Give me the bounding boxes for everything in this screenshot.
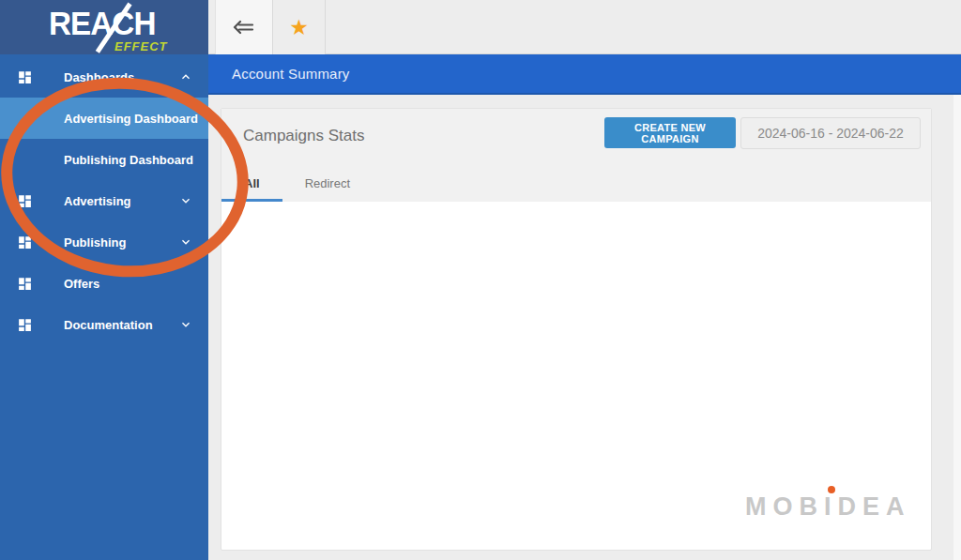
dashboard-icon [17, 235, 33, 250]
star-icon: ★ [289, 17, 309, 38]
sidebar-item-label: Advertising [64, 194, 131, 208]
sidebar-item-publishing-dashboard[interactable]: Publishing Dashboard [0, 139, 208, 180]
chevron-down-icon [178, 317, 193, 332]
chevron-down-icon [178, 235, 193, 250]
create-new-campaign-button[interactable]: CREATE NEW CAMPAIGN [604, 117, 736, 148]
sidebar-item-documentation[interactable]: Documentation [0, 304, 208, 345]
tab-bar: All Redirect [221, 164, 373, 202]
sidebar-item-advertising[interactable]: Advertising [0, 180, 208, 221]
campaigns-stats-card: Campaigns Stats CREATE NEW CAMPAIGN All … [221, 108, 932, 551]
app-window: REACH EFFECT Dashboards Advertising Dash… [0, 0, 961, 560]
collapse-sidebar-arrow-icon [232, 17, 256, 38]
page-header-bar: Account Summary [208, 54, 961, 95]
mobidea-watermark-dot-icon [828, 486, 835, 493]
brand-logo-subtext: EFFECT [114, 39, 168, 53]
chevron-up-icon [178, 69, 193, 84]
sidebar-item-label: Publishing [64, 235, 126, 250]
collapse-sidebar-button[interactable] [215, 0, 273, 54]
tab-all[interactable]: All [221, 164, 282, 202]
chevron-down-icon [178, 193, 193, 208]
sidebar-item-label: Documentation [64, 318, 153, 332]
card-header: Campaigns Stats CREATE NEW CAMPAIGN All … [221, 109, 931, 202]
favorite-star-button[interactable]: ★ [273, 0, 326, 54]
sidebar-item-label: Offers [64, 277, 99, 291]
sidebar-item-label: Publishing Dashboard [64, 153, 193, 167]
content-area: Campaigns Stats CREATE NEW CAMPAIGN All … [208, 95, 961, 560]
scrollbar-track[interactable] [953, 95, 961, 560]
dashboard-icon [17, 69, 33, 85]
sidebar-item-label: Advertising Dashboard [64, 112, 198, 126]
page-title: Account Summary [232, 66, 350, 82]
sidebar-item-offers[interactable]: Offers [0, 263, 208, 304]
mobidea-watermark-text: MOBIDEA [745, 492, 911, 521]
mobidea-watermark: MOBIDEA [745, 492, 914, 530]
brand-logo[interactable]: REACH EFFECT [0, 0, 208, 54]
sidebar: REACH EFFECT Dashboards Advertising Dash… [0, 0, 208, 560]
brand-logo-text: REACH [49, 5, 155, 42]
sidebar-item-advertising-dashboard[interactable]: Advertising Dashboard [0, 98, 208, 139]
sidebar-item-label: Dashboards [64, 70, 134, 84]
dashboard-icon [17, 193, 33, 209]
topbar: ★ [208, 0, 961, 54]
date-range-picker[interactable] [740, 117, 921, 149]
sidebar-item-dashboards[interactable]: Dashboards [0, 56, 208, 98]
dashboard-icon [17, 317, 33, 333]
tab-redirect[interactable]: Redirect [282, 164, 373, 202]
dashboard-icon [17, 276, 33, 292]
sidebar-item-publishing[interactable]: Publishing [0, 221, 208, 263]
sidebar-nav: Dashboards Advertising Dashboard Publish… [0, 56, 208, 345]
card-title: Campaigns Stats [243, 127, 364, 145]
